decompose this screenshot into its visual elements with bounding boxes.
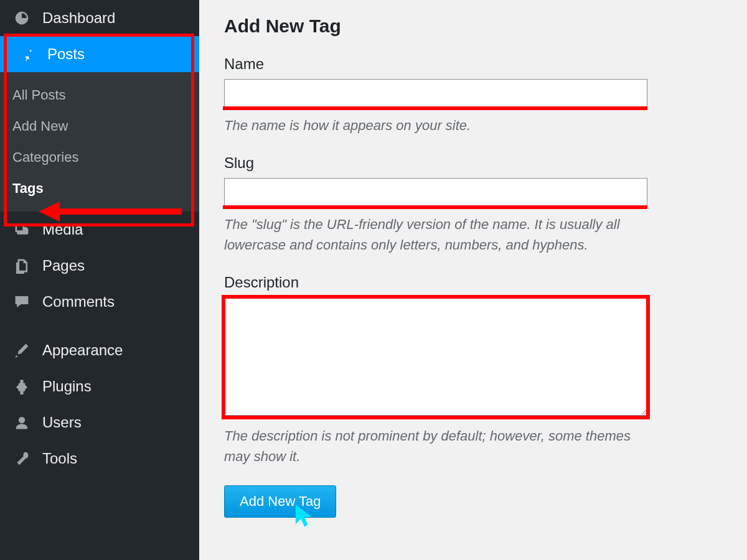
media-icon bbox=[12, 220, 31, 239]
annotation-underline-slug bbox=[223, 205, 647, 209]
name-help-text: The name is how it appears on your site. bbox=[224, 115, 660, 136]
slug-input[interactable] bbox=[224, 178, 647, 207]
submenu-categories[interactable]: Categories bbox=[0, 142, 199, 173]
menu-dashboard-label: Dashboard bbox=[42, 9, 115, 27]
add-new-tag-button[interactable]: Add New Tag bbox=[224, 485, 336, 518]
field-group-name: Name The name is how it appears on your … bbox=[224, 55, 722, 136]
menu-tools[interactable]: Tools bbox=[0, 441, 199, 477]
menu-media-label: Media bbox=[42, 221, 83, 238]
menu-pages[interactable]: Pages bbox=[0, 248, 199, 284]
pages-icon bbox=[12, 256, 31, 275]
users-icon bbox=[12, 413, 31, 432]
tools-icon bbox=[12, 449, 31, 468]
plugins-icon bbox=[12, 377, 31, 396]
slug-label: Slug bbox=[224, 154, 722, 172]
menu-posts-label: Posts bbox=[47, 45, 85, 63]
main-content: Add New Tag Name The name is how it appe… bbox=[199, 0, 747, 560]
menu-dashboard[interactable]: Dashboard bbox=[0, 0, 199, 36]
menu-tools-label: Tools bbox=[42, 450, 77, 467]
name-input[interactable] bbox=[224, 79, 647, 108]
comments-icon bbox=[12, 292, 31, 311]
page-title: Add New Tag bbox=[224, 16, 722, 37]
posts-submenu: All Posts Add New Categories Tags bbox=[0, 72, 199, 212]
menu-appearance[interactable]: Appearance bbox=[0, 332, 199, 368]
menu-posts[interactable]: Posts bbox=[0, 36, 199, 72]
description-label: Description bbox=[224, 274, 722, 291]
name-label: Name bbox=[224, 55, 722, 73]
menu-comments[interactable]: Comments bbox=[0, 284, 199, 320]
description-help-text: The description is not prominent by defa… bbox=[224, 426, 660, 467]
field-group-description: Description The description is not promi… bbox=[224, 274, 722, 467]
menu-media[interactable]: Media bbox=[0, 212, 199, 248]
field-group-slug: Slug The "slug" is the URL-friendly vers… bbox=[224, 154, 722, 255]
dashboard-icon bbox=[12, 9, 31, 27]
menu-comments-label: Comments bbox=[42, 293, 115, 310]
menu-users[interactable]: Users bbox=[0, 404, 199, 441]
submenu-all-posts[interactable]: All Posts bbox=[0, 80, 199, 111]
menu-users-label: Users bbox=[42, 414, 82, 431]
submenu-tags[interactable]: Tags bbox=[0, 173, 199, 204]
submenu-add-new[interactable]: Add New bbox=[0, 111, 199, 142]
annotation-underline-name bbox=[223, 106, 647, 110]
menu-appearance-label: Appearance bbox=[42, 342, 123, 359]
menu-plugins-label: Plugins bbox=[42, 378, 92, 395]
admin-sidebar: Dashboard Posts All Posts Add New Catego… bbox=[0, 0, 199, 560]
description-textarea[interactable] bbox=[224, 297, 647, 416]
pin-icon bbox=[17, 45, 36, 63]
slug-help-text: The "slug" is the URL-friendly version o… bbox=[224, 214, 660, 255]
menu-pages-label: Pages bbox=[42, 257, 85, 274]
appearance-icon bbox=[12, 341, 31, 360]
menu-plugins[interactable]: Plugins bbox=[0, 368, 199, 404]
